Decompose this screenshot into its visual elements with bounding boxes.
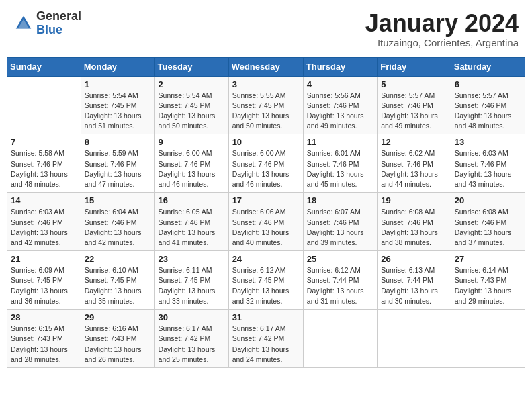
sunrise-text: Sunrise: 6:02 AM — [381, 149, 435, 157]
sunrise-text: Sunrise: 5:57 AM — [381, 91, 435, 99]
daylight-line2: and 44 minutes. — [381, 180, 431, 188]
calendar-cell: 15Sunrise: 6:04 AMSunset: 7:46 PMDayligh… — [81, 193, 154, 251]
daylight-line1: Daylight: 13 hours — [85, 170, 142, 178]
sunset-text: Sunset: 7:46 PM — [455, 101, 507, 109]
sunrise-text: Sunrise: 6:00 AM — [159, 149, 212, 157]
day-info: Sunrise: 5:57 AMSunset: 7:46 PMDaylight:… — [381, 91, 447, 132]
calendar-cell: 31Sunrise: 6:17 AMSunset: 7:42 PMDayligh… — [228, 310, 303, 368]
daylight-line1: Daylight: 13 hours — [455, 111, 512, 120]
day-number: 22 — [85, 254, 151, 264]
daylight-line1: Daylight: 13 hours — [455, 287, 512, 295]
daylight-line2: and 26 minutes. — [85, 355, 135, 363]
sunset-text: Sunset: 7:44 PM — [381, 276, 433, 284]
daylight-line2: and 32 minutes. — [232, 297, 283, 305]
daylight-line1: Daylight: 13 hours — [232, 228, 290, 236]
day-info: Sunrise: 6:00 AMSunset: 7:46 PMDaylight:… — [159, 148, 225, 189]
day-number: 6 — [455, 79, 521, 89]
daylight-line2: and 50 minutes. — [232, 122, 283, 130]
daylight-line2: and 24 minutes. — [232, 355, 283, 363]
day-info: Sunrise: 6:02 AMSunset: 7:46 PMDaylight:… — [381, 148, 447, 189]
daylight-line2: and 48 minutes. — [455, 122, 505, 130]
day-info: Sunrise: 5:54 AMSunset: 7:45 PMDaylight:… — [159, 91, 225, 132]
calendar-cell: 14Sunrise: 6:03 AMSunset: 7:46 PMDayligh… — [7, 193, 81, 251]
daylight-line2: and 30 minutes. — [381, 297, 431, 305]
calendar-header-row: SundayMondayTuesdayWednesdayThursdayFrid… — [7, 57, 525, 76]
day-info: Sunrise: 6:12 AMSunset: 7:44 PMDaylight:… — [307, 265, 373, 306]
sunrise-text: Sunrise: 6:03 AM — [11, 208, 64, 216]
sunset-text: Sunset: 7:43 PM — [11, 334, 63, 342]
daylight-line1: Daylight: 13 hours — [159, 345, 216, 353]
title-block: January 2024 Ituzaingo, Corrientes, Arge… — [365, 10, 519, 48]
calendar-week-1: 1Sunrise: 5:54 AMSunset: 7:45 PMDaylight… — [7, 76, 525, 134]
col-header-saturday: Saturday — [451, 57, 525, 76]
calendar-cell: 5Sunrise: 5:57 AMSunset: 7:46 PMDaylight… — [378, 76, 451, 134]
col-header-thursday: Thursday — [303, 57, 377, 76]
sunset-text: Sunset: 7:46 PM — [455, 160, 507, 168]
day-number: 23 — [159, 254, 225, 264]
sunrise-text: Sunrise: 6:17 AM — [159, 324, 212, 332]
daylight-line1: Daylight: 13 hours — [232, 287, 290, 295]
calendar-week-5: 28Sunrise: 6:15 AMSunset: 7:43 PMDayligh… — [7, 310, 525, 368]
sunrise-text: Sunrise: 6:08 AM — [381, 208, 435, 216]
calendar-cell: 28Sunrise: 6:15 AMSunset: 7:43 PMDayligh… — [7, 310, 81, 368]
col-header-monday: Monday — [81, 57, 154, 76]
daylight-line2: and 49 minutes. — [381, 122, 431, 130]
daylight-line1: Daylight: 13 hours — [11, 170, 68, 178]
day-number: 19 — [381, 195, 447, 205]
day-info: Sunrise: 6:03 AMSunset: 7:46 PMDaylight:… — [455, 148, 521, 189]
location-subtitle: Ituzaingo, Corrientes, Argentina — [365, 37, 519, 48]
calendar-cell: 1Sunrise: 5:54 AMSunset: 7:45 PMDaylight… — [81, 76, 154, 134]
sunrise-text: Sunrise: 6:04 AM — [85, 208, 138, 216]
sunset-text: Sunset: 7:45 PM — [159, 276, 211, 284]
sunrise-text: Sunrise: 6:10 AM — [85, 266, 138, 274]
calendar-cell: 10Sunrise: 6:00 AMSunset: 7:46 PMDayligh… — [228, 134, 303, 193]
day-number: 5 — [381, 79, 447, 89]
sunrise-text: Sunrise: 6:05 AM — [159, 208, 212, 216]
sunset-text: Sunset: 7:46 PM — [11, 160, 63, 168]
daylight-line2: and 37 minutes. — [455, 238, 505, 246]
day-number: 12 — [381, 137, 447, 147]
day-info: Sunrise: 6:00 AMSunset: 7:46 PMDaylight:… — [232, 148, 300, 189]
daylight-line1: Daylight: 13 hours — [381, 287, 438, 295]
daylight-line1: Daylight: 13 hours — [232, 170, 290, 178]
daylight-line2: and 36 minutes. — [11, 297, 61, 305]
page-header: General Blue January 2024 Ituzaingo, Cor… — [7, 7, 525, 52]
sunrise-text: Sunrise: 5:59 AM — [85, 149, 138, 157]
calendar-cell: 23Sunrise: 6:11 AMSunset: 7:45 PMDayligh… — [154, 251, 228, 310]
daylight-line2: and 35 minutes. — [85, 297, 135, 305]
col-header-wednesday: Wednesday — [228, 57, 303, 76]
daylight-line1: Daylight: 13 hours — [307, 228, 364, 236]
calendar-cell: 8Sunrise: 5:59 AMSunset: 7:46 PMDaylight… — [81, 134, 154, 193]
day-number: 20 — [455, 195, 521, 205]
daylight-line1: Daylight: 13 hours — [381, 111, 438, 120]
day-info: Sunrise: 6:08 AMSunset: 7:46 PMDaylight:… — [455, 207, 521, 248]
day-number: 14 — [11, 195, 77, 205]
day-number: 26 — [381, 254, 447, 264]
sunset-text: Sunset: 7:42 PM — [159, 334, 211, 342]
calendar-cell: 12Sunrise: 6:02 AMSunset: 7:46 PMDayligh… — [378, 134, 451, 193]
daylight-line1: Daylight: 13 hours — [159, 287, 216, 295]
daylight-line1: Daylight: 13 hours — [85, 111, 142, 120]
col-header-friday: Friday — [378, 57, 451, 76]
day-info: Sunrise: 6:16 AMSunset: 7:43 PMDaylight:… — [85, 324, 151, 365]
daylight-line2: and 45 minutes. — [307, 180, 357, 188]
day-info: Sunrise: 6:13 AMSunset: 7:44 PMDaylight:… — [381, 265, 447, 306]
calendar-cell: 17Sunrise: 6:06 AMSunset: 7:46 PMDayligh… — [228, 193, 303, 251]
calendar-cell: 18Sunrise: 6:07 AMSunset: 7:46 PMDayligh… — [303, 193, 377, 251]
day-number: 8 — [85, 137, 151, 147]
daylight-line2: and 42 minutes. — [85, 238, 135, 246]
calendar-cell: 29Sunrise: 6:16 AMSunset: 7:43 PMDayligh… — [81, 310, 154, 368]
sunset-text: Sunset: 7:43 PM — [85, 334, 137, 342]
calendar-cell — [303, 310, 377, 368]
sunset-text: Sunset: 7:46 PM — [381, 218, 433, 226]
col-header-sunday: Sunday — [7, 57, 81, 76]
calendar-week-3: 14Sunrise: 6:03 AMSunset: 7:46 PMDayligh… — [7, 193, 525, 251]
month-year-title: January 2024 — [365, 10, 519, 37]
sunset-text: Sunset: 7:46 PM — [307, 160, 359, 168]
calendar-cell: 3Sunrise: 5:55 AMSunset: 7:45 PMDaylight… — [228, 76, 303, 134]
calendar-cell: 22Sunrise: 6:10 AMSunset: 7:45 PMDayligh… — [81, 251, 154, 310]
daylight-line2: and 46 minutes. — [159, 180, 209, 188]
day-number: 2 — [159, 79, 225, 89]
calendar-cell: 6Sunrise: 5:57 AMSunset: 7:46 PMDaylight… — [451, 76, 525, 134]
day-info: Sunrise: 6:06 AMSunset: 7:46 PMDaylight:… — [232, 207, 300, 248]
